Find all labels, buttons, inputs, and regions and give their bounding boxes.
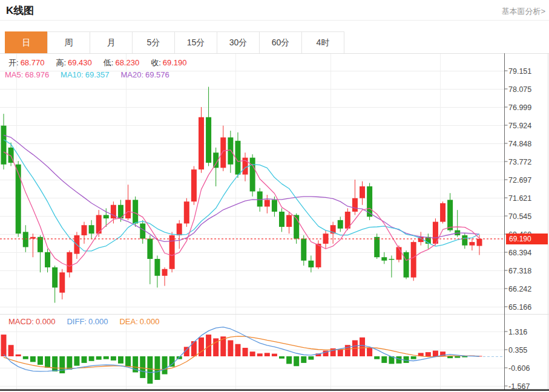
ma-line-ma20-value: 69.576 — [145, 70, 169, 79]
tab-5min[interactable]: 5分 — [132, 31, 175, 54]
ma-readout: MA5:68.976MA10:69.357MA20:69.576 — [5, 70, 181, 79]
tab-60min[interactable]: 60分 — [259, 31, 302, 54]
svg-text:-1.567: -1.567 — [508, 382, 530, 391]
ohlc-line-open-value: 68.770 — [21, 58, 45, 67]
ma-line-ma5-value: 68.976 — [25, 70, 49, 79]
page-title: K线图 — [6, 4, 34, 18]
macd-line-dea-label: DEA: — [119, 317, 137, 326]
timeframe-tabs: 日周月5分15分30分60分4时 — [5, 31, 344, 54]
kline-page: K线图 基本面分析> 日周月5分15分30分60分4时 79.15178.075… — [0, 0, 549, 392]
macd-line-macd-label: MACD: — [8, 317, 34, 326]
svg-text:68.394: 68.394 — [508, 249, 531, 257]
macd-line-macd-value: 0.000 — [36, 317, 56, 326]
svg-text:73.772: 73.772 — [508, 158, 531, 166]
ohlc-readout: 开:68.770高:69.430低:68.230收:69.190 — [8, 57, 199, 68]
ohlc-line-open-label: 开: — [8, 58, 19, 67]
svg-text:0.355: 0.355 — [508, 346, 527, 354]
svg-text:67.318: 67.318 — [508, 267, 531, 275]
chart-canvas[interactable]: 79.15178.07576.99975.92474.84873.77272.6… — [0, 53, 549, 392]
svg-text:78.075: 78.075 — [508, 85, 531, 94]
ma-line-ma10-label: MA10: — [61, 70, 84, 79]
ohlc-line-close-value: 69.190 — [163, 58, 187, 67]
macd-readout: MACD:0.000DIFF:0.000DEA:0.000 — [8, 317, 171, 326]
ohlc-line-high-value: 69.430 — [68, 58, 92, 67]
svg-text:72.697: 72.697 — [508, 176, 531, 185]
ohlc-line-low-label: 低: — [104, 58, 114, 67]
svg-text:74.848: 74.848 — [508, 140, 531, 148]
svg-text:79.151: 79.151 — [508, 67, 531, 76]
tab-month[interactable]: 月 — [90, 31, 133, 54]
ohlc-line-high-label: 高: — [56, 58, 66, 67]
svg-text:70.545: 70.545 — [508, 212, 531, 221]
svg-text:66.242: 66.242 — [508, 285, 531, 293]
svg-text:1.316: 1.316 — [508, 328, 527, 336]
svg-text:65.166: 65.166 — [508, 303, 531, 312]
svg-text:-0.606: -0.606 — [508, 364, 530, 373]
ohlc-line-close-label: 收: — [151, 58, 161, 67]
ma-line-ma5-label: MA5: — [5, 70, 23, 79]
tab-15min[interactable]: 15分 — [174, 31, 217, 54]
svg-text:71.621: 71.621 — [508, 194, 531, 203]
ohlc-line-low-value: 68.230 — [115, 58, 139, 67]
tab-4hour[interactable]: 4时 — [301, 31, 344, 54]
tab-day[interactable]: 日 — [5, 31, 48, 54]
fundamental-analysis-link[interactable]: 基本面分析> — [501, 6, 545, 17]
macd-line-diff-label: DIFF: — [67, 317, 87, 326]
macd-line-dea-value: 0.000 — [140, 317, 160, 326]
current-price-badge: 69.190 — [506, 234, 548, 244]
tab-week[interactable]: 周 — [47, 31, 90, 54]
kline-chart-area: 79.15178.07576.99975.92474.84873.77272.6… — [0, 53, 549, 392]
tab-30min[interactable]: 30分 — [217, 31, 260, 54]
ma-line-ma10-value: 69.357 — [85, 70, 110, 79]
page-header: K线图 基本面分析> — [0, 0, 549, 21]
svg-text:76.999: 76.999 — [508, 103, 531, 112]
ma-line-ma20-label: MA20: — [120, 70, 143, 79]
macd-line-diff-value: 0.000 — [88, 317, 108, 326]
svg-text:75.924: 75.924 — [508, 122, 531, 130]
